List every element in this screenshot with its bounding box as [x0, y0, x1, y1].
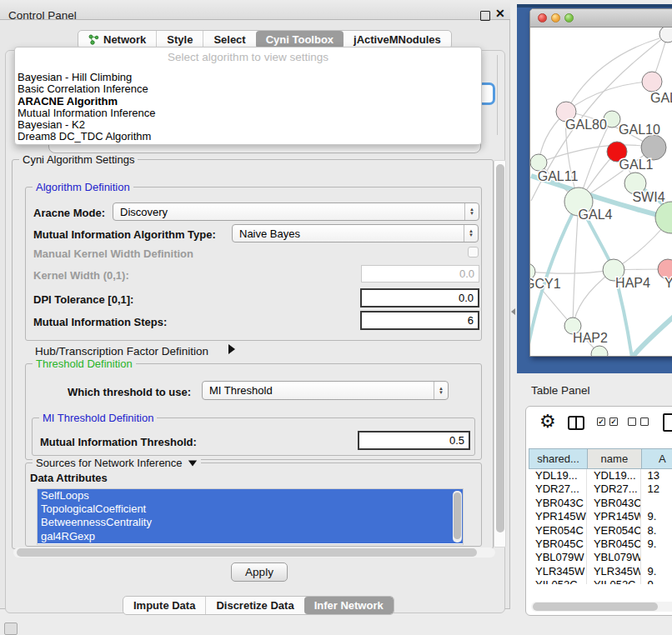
tab-style[interactable]: Style — [156, 31, 203, 48]
table-row[interactable]: YBR043CYBR043C — [529, 497, 672, 510]
tab-infer-network[interactable]: Infer Network — [304, 597, 394, 614]
settings-scrollbar-thumb[interactable] — [496, 164, 504, 532]
table-cell: 9 — [641, 578, 672, 584]
network-icon — [88, 34, 99, 45]
table-cell: YPR145W — [587, 510, 641, 523]
algorithm-option[interactable]: Basic Correlation Inference — [18, 83, 479, 95]
export-table-icon[interactable] — [663, 413, 672, 432]
tab-label: Select — [213, 33, 245, 46]
table-cell: 12 — [641, 482, 672, 496]
tab-discretize-data[interactable]: Discretize Data — [205, 597, 303, 614]
float-window-icon[interactable] — [480, 11, 490, 21]
expander-arrow-icon[interactable] — [228, 344, 235, 354]
cyni-algorithm-settings-title: Cyni Algorithm Settings — [19, 153, 138, 166]
data-attribute-item[interactable]: gal4RGexp — [38, 530, 463, 543]
tab-cyni-toolbox[interactable]: Cyni Toolbox — [256, 31, 344, 48]
table-row[interactable]: YLR345WYLR345W9. — [529, 565, 672, 578]
column-header[interactable]: A — [641, 448, 672, 469]
algorithm-popup-placeholder: Select algorithm to view settings — [15, 51, 481, 63]
table-panel: ⚙ ✓✓ shared...nameA YDL19...YDL19...13YD… — [525, 406, 672, 616]
close-icon[interactable]: ✕ — [495, 7, 505, 20]
algorithm-option[interactable]: Dream8 DC_TDC Algorithm — [18, 131, 479, 142]
table-cell: YER054C — [529, 524, 587, 538]
algorithm-option[interactable]: ARACNE Algorithm — [18, 96, 479, 108]
table-cell: YBR043C — [529, 497, 587, 510]
algorithm-option[interactable]: Mutual Information Inference — [18, 108, 479, 119]
settings-gear-icon[interactable]: ⚙ — [539, 412, 556, 431]
threshold-definition-title: Threshold Definition — [33, 358, 136, 370]
table-row[interactable]: YBL079WYBL079W — [529, 551, 672, 564]
manual-kernel-width-label: Manual Kernel Width Definition — [33, 248, 193, 260]
mi-algorithm-type-label: Mutual Information Algorithm Type: — [33, 228, 216, 241]
table-cell: YBR045C — [587, 538, 641, 551]
tab-impute-data[interactable]: Impute Data — [123, 597, 205, 614]
data-attributes-list[interactable]: SelfLoopsTopologicalCoefficientBetweenne… — [37, 488, 464, 545]
mi-algorithm-type-combo[interactable]: Naive Bayes ▲▼ — [232, 224, 479, 242]
table-row[interactable]: YDR27...YDR27...12 — [529, 482, 672, 496]
which-threshold-combo[interactable]: MI Threshold ▲▼ — [202, 381, 449, 400]
zoom-traffic-light-icon[interactable] — [564, 13, 574, 22]
tab-network[interactable]: Network — [78, 31, 156, 48]
tab-select[interactable]: Select — [203, 31, 255, 48]
table-cell — [641, 551, 672, 564]
panel-divider-handle[interactable] — [511, 308, 515, 315]
table-cell: 9. — [641, 510, 672, 523]
table-cell: YBR043C — [587, 497, 641, 510]
network-node[interactable] — [641, 135, 666, 160]
mi-threshold-input[interactable]: 0.5 — [358, 431, 470, 450]
table-row[interactable]: YBR045CYBR045C9. — [529, 538, 672, 551]
kernel-width-input[interactable]: 0.0 — [361, 265, 479, 282]
node-label: SWI4 — [632, 190, 664, 204]
list-scrollbar[interactable] — [453, 491, 462, 542]
data-attribute-item[interactable]: SelfLoops — [38, 489, 463, 502]
collapse-arrow-icon[interactable] — [188, 460, 196, 466]
table-cell: YPR145W — [529, 510, 587, 523]
aracne-mode-value: Discovery — [113, 206, 464, 218]
dpi-tolerance-input[interactable]: 0.0 — [360, 288, 479, 308]
data-attribute-item[interactable]: TopologicalCoefficient — [38, 502, 463, 516]
stepper-arrows-icon: ▲▼ — [464, 225, 478, 242]
data-attribute-item[interactable]: BetweennessCentrality — [38, 516, 463, 529]
dock-panel-icon[interactable] — [4, 622, 18, 635]
column-header[interactable]: shared... — [529, 448, 587, 469]
mi-algorithm-type-value: Naive Bayes — [233, 228, 464, 240]
table-cell: YBL079W — [529, 551, 587, 564]
list-scrollbar-thumb[interactable] — [454, 492, 461, 539]
network-node[interactable] — [659, 28, 672, 42]
table-row[interactable]: YDL19...YDL19...13 — [529, 469, 672, 482]
tab-label: Infer Network — [314, 599, 384, 612]
close-traffic-light-icon[interactable] — [538, 13, 547, 22]
settings-scrollbar[interactable] — [494, 160, 506, 548]
table-hscrollbar[interactable] — [531, 602, 672, 612]
node-label: GAL — [650, 91, 672, 105]
column-header[interactable]: name — [587, 448, 641, 469]
dpi-tolerance-label: DPI Tolerance [0,1]: — [33, 293, 133, 306]
settings-hscrollbar[interactable] — [13, 548, 495, 558]
network-canvas[interactable]: GALGAL80GAL10GAL1GAL11SWI4GAL4GCY1HAP4YH… — [530, 28, 672, 356]
network-view-window: GALGAL80GAL10GAL1GAL11SWI4GAL4GCY1HAP4YH… — [529, 8, 672, 357]
select-all-columns-icon[interactable]: ✓✓ — [597, 418, 618, 426]
node-label: GAL11 — [538, 169, 579, 183]
node-label: GAL4 — [579, 208, 613, 222]
table-hscrollbar-thumb[interactable] — [533, 602, 658, 611]
algorithm-option[interactable]: Bayesian - K2 — [18, 119, 479, 131]
settings-hscrollbar-thumb[interactable] — [17, 548, 477, 557]
network-node[interactable] — [530, 154, 547, 171]
column-view-icon[interactable] — [568, 416, 584, 430]
stepper-arrows-icon: ▲▼ — [434, 382, 448, 399]
algorithm-option[interactable]: Bayesian - Hill Climbing — [18, 72, 479, 83]
mi-steps-input[interactable]: 6 — [360, 311, 479, 330]
tab-jactivemnodules[interactable]: jActiveMNodules — [344, 31, 451, 48]
network-node[interactable] — [642, 72, 662, 92]
table-row[interactable]: YPR145WYPR145W9. — [529, 510, 672, 523]
kernel-width-label: Kernel Width (0,1): — [33, 269, 129, 282]
table-row[interactable]: YIL052CYIL052C9 — [529, 578, 672, 584]
table-row[interactable]: YER054CYER054C8. — [529, 524, 672, 538]
deselect-all-columns-icon[interactable] — [628, 418, 649, 426]
apply-button[interactable]: Apply — [231, 562, 288, 582]
manual-kernel-width-checkbox[interactable] — [468, 247, 479, 258]
minimize-traffic-light-icon[interactable] — [551, 13, 560, 22]
network-node[interactable] — [655, 202, 672, 233]
network-window-titlebar[interactable] — [530, 9, 672, 28]
aracne-mode-combo[interactable]: Discovery ▲▼ — [113, 202, 479, 221]
